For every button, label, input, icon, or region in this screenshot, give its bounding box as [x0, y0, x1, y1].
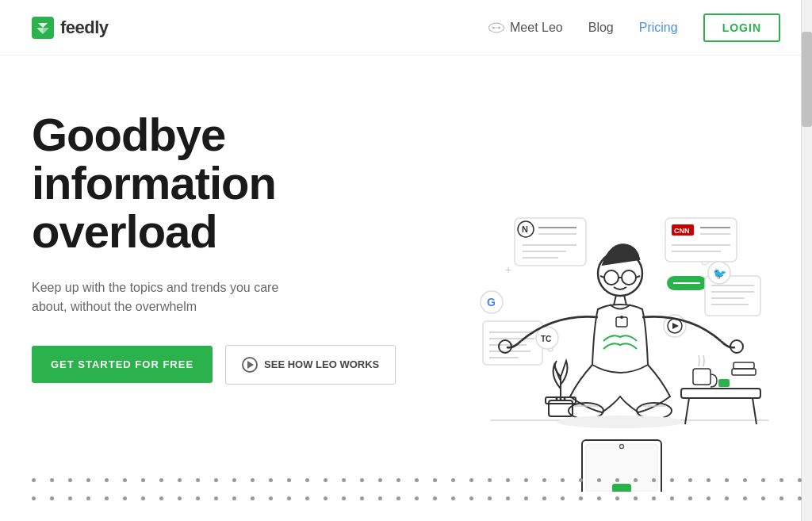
dot [342, 478, 346, 482]
dot [415, 496, 419, 500]
svg-rect-58 [718, 379, 730, 387]
nav-meet-leo[interactable]: Meet Leo [488, 21, 563, 35]
dot [196, 496, 200, 500]
dot [378, 478, 382, 482]
dot [597, 496, 601, 500]
nav-pricing[interactable]: Pricing [639, 21, 678, 35]
dot [561, 496, 565, 500]
hero-svg: + + N G [412, 79, 812, 492]
play-triangle [247, 361, 254, 369]
dot [196, 478, 200, 482]
logo-text: feedly [60, 17, 109, 38]
get-started-button[interactable]: GET STARTED FOR FREE [32, 346, 213, 383]
dot [251, 478, 255, 482]
dots-pattern [0, 458, 801, 521]
dot [707, 496, 710, 500]
dot [324, 496, 327, 500]
svg-rect-57 [693, 369, 710, 385]
dot [524, 496, 528, 500]
dot [360, 478, 364, 482]
nav-blog[interactable]: Blog [588, 21, 614, 35]
logo[interactable]: feedly [32, 17, 109, 39]
dot [178, 496, 182, 500]
login-button[interactable]: LOGIN [703, 13, 780, 42]
dot [761, 478, 765, 482]
dots-row-2 [32, 496, 769, 500]
leo-icon [488, 21, 505, 34]
dot [324, 478, 327, 482]
dot [469, 478, 473, 482]
svg-rect-59 [732, 369, 756, 375]
svg-point-63 [622, 270, 636, 285]
svg-point-62 [604, 270, 619, 285]
dot [251, 496, 255, 500]
dot [287, 496, 291, 500]
svg-text:TC: TC [541, 335, 551, 343]
dot [123, 496, 127, 500]
dot [670, 478, 674, 482]
dot [105, 478, 109, 482]
cta-secondary-label: SEE HOW LEO WORKS [264, 358, 379, 370]
dot [159, 496, 163, 500]
see-how-leo-button[interactable]: SEE HOW LEO WORKS [225, 345, 396, 385]
dot [561, 478, 565, 482]
dot [32, 478, 36, 482]
dot [743, 496, 747, 500]
dot [141, 496, 145, 500]
dot [506, 496, 510, 500]
dot [396, 478, 400, 482]
dot [688, 496, 692, 500]
dot [305, 478, 309, 482]
dot [725, 478, 729, 482]
dot [269, 478, 273, 482]
dot [488, 478, 492, 482]
dot [579, 496, 583, 500]
dot [542, 478, 546, 482]
svg-line-67 [614, 295, 616, 305]
dot [652, 496, 656, 500]
dot [798, 478, 802, 482]
dot [779, 496, 783, 500]
svg-rect-54 [681, 389, 760, 398]
dot [634, 496, 638, 500]
dot [524, 478, 528, 482]
dot [615, 496, 619, 500]
svg-point-70 [620, 316, 623, 319]
feedly-logo-icon [32, 17, 54, 39]
nav-pricing-label: Pricing [639, 21, 678, 35]
dot [469, 496, 473, 500]
hero-subtitle: Keep up with the topics and trends you c… [32, 278, 285, 316]
svg-point-72 [730, 340, 743, 353]
dot [232, 478, 236, 482]
dot [378, 496, 382, 500]
dot [50, 478, 54, 482]
dot [433, 478, 437, 482]
dot [178, 478, 182, 482]
dot [123, 478, 127, 482]
dot [779, 478, 783, 482]
dot [579, 478, 583, 482]
dot [670, 496, 674, 500]
svg-point-51 [560, 398, 562, 400]
dot [396, 496, 400, 500]
headline-line1: Goodbye [32, 109, 225, 160]
dot [597, 478, 601, 482]
dot [451, 478, 455, 482]
dot [451, 496, 455, 500]
dot [652, 478, 656, 482]
dot [488, 496, 492, 500]
svg-point-50 [556, 398, 558, 400]
header: feedly Meet Leo Blog Pricing LOGIN [0, 0, 812, 56]
dot [32, 496, 36, 500]
dot [743, 478, 747, 482]
dot [542, 496, 546, 500]
headline-line2: information [32, 157, 276, 209]
dot [68, 478, 72, 482]
dot [634, 478, 638, 482]
dot [105, 496, 109, 500]
svg-text:🐦: 🐦 [713, 267, 727, 281]
dot [725, 496, 729, 500]
main-content: Goodbye information overload Keep up wit… [0, 56, 812, 521]
cta-row: GET STARTED FOR FREE SEE HOW LEO WORKS [32, 345, 396, 385]
dot [269, 496, 273, 500]
